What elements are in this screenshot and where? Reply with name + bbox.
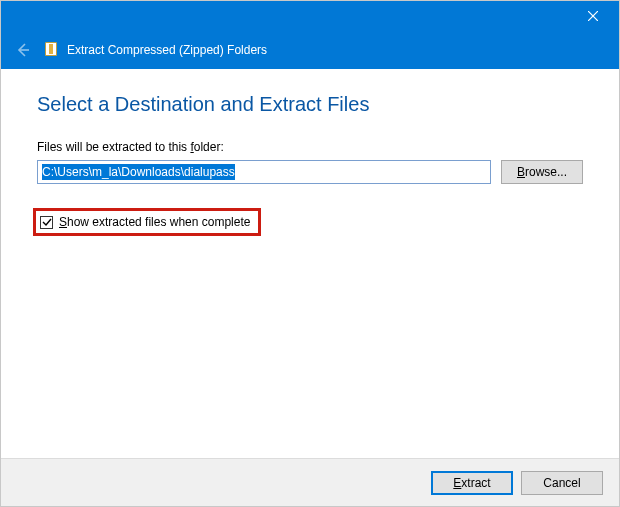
folder-field-label-pre: Files will be extracted to this xyxy=(37,140,190,154)
folder-field-label-post: older: xyxy=(194,140,224,154)
cancel-button[interactable]: Cancel xyxy=(521,471,603,495)
footer: Extract Cancel xyxy=(1,458,619,506)
close-icon xyxy=(588,11,598,21)
show-extracted-label-text: how extracted files when complete xyxy=(67,215,250,229)
folder-field-label: Files will be extracted to this folder: xyxy=(37,140,583,154)
back-button xyxy=(11,38,35,62)
zip-folder-icon xyxy=(43,42,59,58)
browse-button[interactable]: Browse... xyxy=(501,160,583,184)
content-area: Select a Destination and Extract Files F… xyxy=(1,69,619,458)
checkmark-icon xyxy=(42,217,52,227)
destination-path-input[interactable]: C:\Users\m_la\Downloads\dialupass xyxy=(37,160,491,184)
window-title: Extract Compressed (Zipped) Folders xyxy=(67,43,267,57)
show-extracted-highlight: Show extracted files when complete xyxy=(33,208,261,236)
page-heading: Select a Destination and Extract Files xyxy=(37,93,583,116)
back-arrow-icon xyxy=(15,42,31,58)
header-bar: Extract Compressed (Zipped) Folders xyxy=(1,31,619,69)
browse-button-label: rowse... xyxy=(525,165,567,179)
show-extracted-label-accel: S xyxy=(59,215,67,229)
wizard-window: Extract Compressed (Zipped) Folders Sele… xyxy=(0,0,620,507)
destination-path-value: C:\Users\m_la\Downloads\dialupass xyxy=(42,164,235,180)
show-extracted-checkbox[interactable] xyxy=(40,216,53,229)
titlebar xyxy=(1,1,619,31)
show-extracted-label: Show extracted files when complete xyxy=(59,215,250,229)
extract-button[interactable]: Extract xyxy=(431,471,513,495)
close-button[interactable] xyxy=(570,2,615,30)
path-row: C:\Users\m_la\Downloads\dialupass Browse… xyxy=(37,160,583,184)
browse-button-accel: B xyxy=(517,165,525,179)
extract-button-label: xtract xyxy=(461,476,490,490)
